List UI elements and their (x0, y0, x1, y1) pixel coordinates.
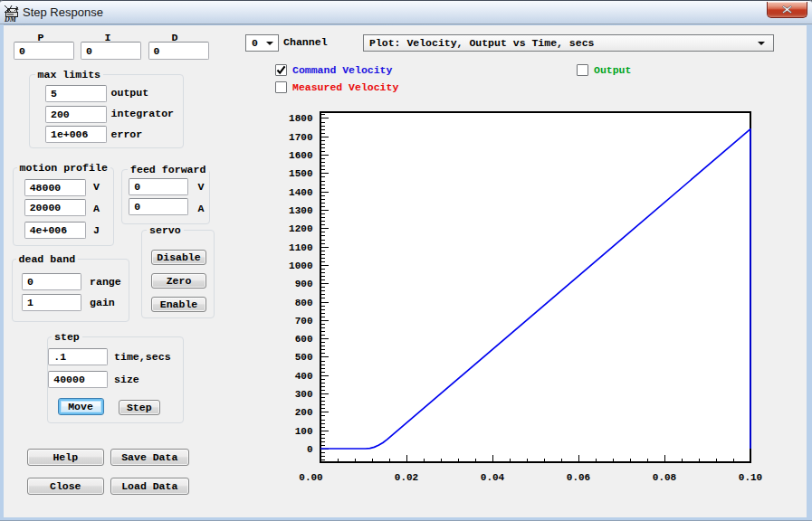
svg-text:1600: 1600 (289, 150, 312, 161)
output-label: Output (594, 64, 631, 76)
feed-forward-group: feed forward (121, 169, 210, 224)
window-frame-bottom (0, 517, 812, 521)
svg-text:DM: DM (4, 15, 17, 23)
max-integrator-input[interactable]: 200 (45, 106, 107, 123)
motion-j-input[interactable]: 4e+006 (24, 222, 86, 239)
chart-canvas: 0100200300400500600700800900100011001200… (281, 101, 779, 490)
measured-velocity-label: Measured Velocity (292, 81, 398, 93)
close-icon (782, 5, 792, 14)
svg-text:900: 900 (295, 279, 313, 289)
svg-text:1200: 1200 (289, 223, 312, 234)
measured-velocity-checkbox[interactable] (275, 81, 287, 93)
move-button[interactable]: Move (58, 398, 104, 416)
svg-text:200: 200 (295, 407, 313, 418)
window-title: Step Response (23, 1, 103, 24)
dead-band-group: dead band (12, 259, 130, 322)
svg-text:500: 500 (295, 352, 313, 363)
window-frame-right (807, 24, 812, 521)
svg-text:700: 700 (295, 316, 313, 327)
deadband-range-label: range (90, 277, 121, 288)
max-error-label: error (111, 129, 143, 140)
check-icon (276, 65, 286, 75)
max-error-input[interactable]: 1e+006 (45, 126, 107, 143)
dead-band-group-title: dead band (16, 253, 79, 265)
app-icon: DM (4, 5, 20, 23)
titlebar[interactable]: DM Step Response (0, 0, 812, 24)
channel-dropdown-arrow-icon (266, 42, 273, 45)
svg-text:0.04: 0.04 (481, 472, 505, 483)
plot-select[interactable]: Plot: Velocity, Output vs Time, secs (363, 34, 774, 52)
step-size-label: size (114, 374, 139, 385)
save-data-button[interactable]: Save Data (110, 449, 189, 467)
ff-v-label: V (198, 182, 205, 193)
i-input[interactable]: 0 (81, 42, 141, 60)
ff-v-input[interactable]: 0 (129, 178, 188, 195)
command-velocity-label: Command Velocity (292, 64, 392, 76)
feed-forward-group-title: feed forward (128, 164, 209, 175)
max-integrator-label: integrator (111, 109, 175, 119)
deadband-range-input[interactable]: 0 (22, 273, 81, 290)
max-output-input[interactable]: 5 (45, 85, 107, 102)
motion-v-input[interactable]: 48000 (24, 179, 86, 196)
motion-j-label: J (93, 225, 100, 236)
svg-text:1500: 1500 (289, 168, 312, 179)
svg-text:100: 100 (295, 426, 313, 437)
channel-select[interactable]: 0 (245, 34, 279, 52)
d-input[interactable]: 0 (148, 42, 209, 60)
svg-text:1800: 1800 (289, 113, 312, 124)
svg-text:1300: 1300 (289, 205, 312, 216)
plot-dropdown-arrow-icon (758, 42, 765, 45)
motion-profile-group-title: motion profile (17, 162, 110, 174)
deadband-gain-label: gain (90, 298, 115, 308)
close-button[interactable] (767, 2, 807, 18)
close-window-button[interactable]: Close (27, 478, 105, 496)
output-checkbox[interactable] (577, 64, 588, 76)
svg-text:0.08: 0.08 (653, 472, 677, 483)
svg-text:400: 400 (295, 371, 313, 382)
deadband-gain-input[interactable]: 1 (22, 294, 81, 311)
step-button[interactable]: Step (119, 400, 161, 415)
svg-text:800: 800 (295, 298, 313, 308)
disable-button[interactable]: Disable (151, 250, 206, 265)
p-input[interactable]: 0 (14, 42, 74, 60)
svg-text:0.02: 0.02 (395, 472, 418, 483)
svg-text:1700: 1700 (289, 132, 312, 143)
svg-text:300: 300 (295, 389, 313, 400)
svg-text:600: 600 (295, 334, 313, 345)
plot-select-value: Plot: Velocity, Output vs Time, secs (369, 37, 594, 49)
svg-text:0.00: 0.00 (299, 472, 322, 483)
max-limits-group-title: max limits (35, 69, 104, 81)
ff-a-input[interactable]: 0 (129, 198, 188, 215)
zero-button[interactable]: Zero (151, 273, 206, 289)
svg-text:0.06: 0.06 (567, 472, 590, 483)
motion-a-label: A (93, 204, 100, 214)
load-data-button[interactable]: Load Data (110, 478, 189, 496)
ff-a-label: A (198, 204, 205, 214)
svg-text:1100: 1100 (289, 242, 312, 253)
svg-text:0.10: 0.10 (739, 472, 762, 483)
servo-group-title: servo (147, 224, 184, 236)
step-group-title: step (52, 331, 82, 343)
svg-text:1000: 1000 (289, 260, 312, 271)
svg-text:0: 0 (307, 444, 313, 455)
step-response-window: DM Step Response P I D 0 0 0 0 Channel P… (0, 0, 812, 521)
step-time-input[interactable]: .1 (48, 348, 108, 365)
motion-v-label: V (93, 182, 100, 193)
step-size-input[interactable]: 40000 (48, 371, 108, 388)
help-button[interactable]: Help (27, 449, 105, 467)
motion-a-input[interactable]: 20000 (24, 199, 86, 216)
svg-text:1400: 1400 (289, 187, 312, 198)
step-response-chart: 0100200300400500600700800900100011001200… (281, 101, 779, 490)
channel-label: Channel (283, 37, 328, 48)
max-output-label: output (111, 88, 149, 99)
command-velocity-checkbox[interactable] (275, 64, 287, 76)
enable-button[interactable]: Enable (151, 297, 206, 312)
step-time-label: time,secs (114, 352, 171, 363)
channel-value: 0 (252, 37, 258, 49)
